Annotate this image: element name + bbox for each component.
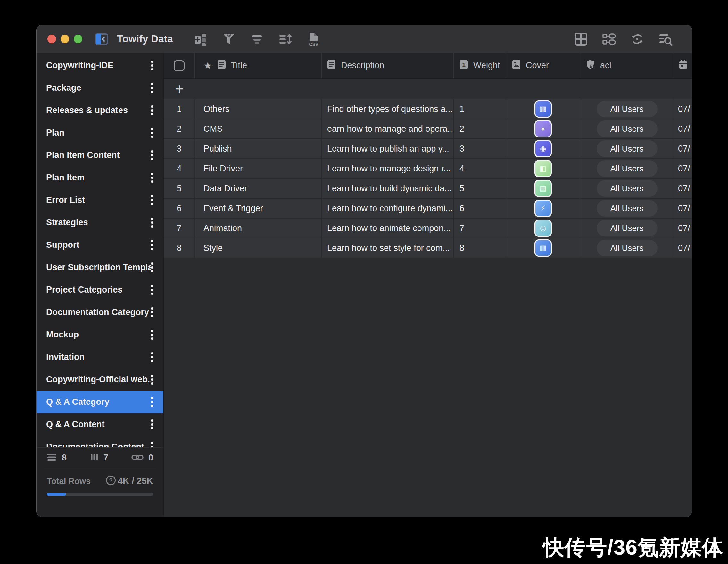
sidebar-item[interactable]: Strategies: [37, 211, 163, 234]
cover-thumbnail[interactable]: ◧: [534, 160, 552, 177]
kebab-menu-icon[interactable]: [151, 154, 153, 156]
table-row[interactable]: 7 Animation Learn how to animate compon.…: [164, 219, 692, 238]
cell-title[interactable]: Data Driver: [195, 179, 322, 198]
sync-icon[interactable]: [630, 31, 645, 47]
sidebar-item[interactable]: Q & A Content: [37, 413, 163, 435]
kebab-menu-icon[interactable]: [151, 311, 153, 313]
acl-badge[interactable]: All Users: [597, 101, 658, 117]
cell-cover[interactable]: ▤: [506, 179, 580, 198]
cell-cover[interactable]: ●: [506, 119, 580, 138]
relations-icon[interactable]: [601, 31, 617, 47]
table-row[interactable]: 6 Event & Trigger Learn how to configure…: [164, 199, 692, 219]
kebab-menu-icon[interactable]: [151, 64, 153, 67]
table-row[interactable]: 2 CMS earn how to manage and opera... 2 …: [164, 119, 692, 139]
cell-weight[interactable]: 2: [454, 119, 506, 138]
select-all-header-cell[interactable]: [164, 53, 195, 78]
sidebar-item[interactable]: Copywriting-IDE: [37, 54, 163, 77]
cell-title[interactable]: Style: [195, 238, 322, 258]
cell-acl[interactable]: All Users: [580, 199, 674, 218]
cell-weight[interactable]: 6: [454, 199, 506, 218]
cell-description[interactable]: Find other types of questions a...: [322, 99, 454, 119]
minimize-window-button[interactable]: [61, 35, 69, 43]
cell-acl[interactable]: All Users: [580, 159, 674, 178]
cover-thumbnail[interactable]: ▤: [534, 180, 552, 197]
kebab-menu-icon[interactable]: [151, 199, 153, 201]
column-header-date[interactable]: [674, 53, 692, 78]
cell-date[interactable]: 07/: [674, 119, 692, 138]
cell-acl[interactable]: All Users: [580, 119, 674, 138]
select-all-checkbox[interactable]: [174, 60, 185, 71]
cell-date[interactable]: 07/: [674, 99, 692, 119]
cover-thumbnail[interactable]: ⚡: [534, 200, 552, 217]
cell-weight[interactable]: 8: [454, 238, 506, 258]
cell-description[interactable]: Learn how to manage design r...: [322, 159, 454, 178]
sidebar-item[interactable]: User Subscription Templa...: [37, 256, 163, 278]
cell-cover[interactable]: ◎: [506, 219, 580, 238]
sidebar-item[interactable]: Invitation: [37, 346, 163, 368]
cell-weight[interactable]: 1: [454, 99, 506, 119]
cell-title[interactable]: CMS: [195, 119, 322, 138]
cell-title[interactable]: Others: [195, 99, 322, 119]
cover-thumbnail[interactable]: ◎: [534, 220, 552, 237]
sidebar-item[interactable]: Copywriting-Official web...: [37, 368, 163, 391]
export-csv-icon[interactable]: CSV: [306, 31, 321, 47]
cell-weight[interactable]: 4: [454, 159, 506, 178]
cell-acl[interactable]: All Users: [580, 179, 674, 198]
sidebar-item[interactable]: Error List: [37, 189, 163, 211]
cell-date[interactable]: 07/: [674, 219, 692, 238]
kebab-menu-icon[interactable]: [151, 109, 153, 112]
column-header-weight[interactable]: 1 Weight: [454, 53, 506, 78]
group-icon[interactable]: [249, 31, 265, 47]
kebab-menu-icon[interactable]: [151, 356, 153, 358]
kebab-menu-icon[interactable]: [151, 289, 153, 291]
cell-cover[interactable]: ◉: [506, 139, 580, 158]
kebab-menu-icon[interactable]: [151, 132, 153, 134]
table-row[interactable]: 5 Data Driver Learn how to build dynamic…: [164, 179, 692, 199]
cell-cover[interactable]: ▦: [506, 99, 580, 119]
kebab-menu-icon[interactable]: [151, 334, 153, 336]
acl-badge[interactable]: All Users: [597, 160, 658, 177]
cell-title[interactable]: Publish: [195, 139, 322, 158]
cover-thumbnail[interactable]: ◉: [534, 140, 552, 157]
kebab-menu-icon[interactable]: [151, 423, 153, 426]
sort-icon[interactable]: [277, 31, 293, 47]
acl-badge[interactable]: All Users: [597, 140, 658, 157]
cell-acl[interactable]: All Users: [580, 99, 674, 119]
cell-description[interactable]: Learn how to build dynamic da...: [322, 179, 454, 198]
zoom-window-button[interactable]: [74, 35, 82, 43]
cell-cover[interactable]: ⚡: [506, 199, 580, 218]
column-header-cover[interactable]: Cover: [506, 53, 580, 78]
cell-date[interactable]: 07/: [674, 179, 692, 198]
sidebar-item[interactable]: Project Categories: [37, 278, 163, 301]
acl-badge[interactable]: All Users: [597, 180, 658, 197]
cell-weight[interactable]: 3: [454, 139, 506, 158]
cover-thumbnail[interactable]: ●: [534, 120, 552, 137]
cell-title[interactable]: Animation: [195, 219, 322, 238]
cell-title[interactable]: Event & Trigger: [195, 199, 322, 218]
column-header-description[interactable]: Description: [322, 53, 454, 78]
sidebar-item[interactable]: Plan Item Content: [37, 144, 163, 166]
kebab-menu-icon[interactable]: [151, 244, 153, 246]
cell-acl[interactable]: All Users: [580, 219, 674, 238]
titlebar[interactable]: Towify Data: [37, 25, 692, 53]
add-row-bar[interactable]: +: [164, 79, 692, 99]
acl-badge[interactable]: All Users: [597, 120, 658, 137]
cover-thumbnail[interactable]: ▦: [534, 100, 552, 118]
cell-description[interactable]: earn how to manage and opera...: [322, 119, 454, 138]
acl-badge[interactable]: All Users: [597, 220, 658, 236]
add-row-button[interactable]: +: [164, 81, 195, 96]
add-field-icon[interactable]: [193, 31, 208, 47]
table-row[interactable]: 8 Style Learn how to set style for com..…: [164, 238, 692, 258]
kebab-menu-icon[interactable]: [151, 378, 153, 381]
kebab-menu-icon[interactable]: [151, 401, 153, 403]
kebab-menu-icon[interactable]: [151, 221, 153, 224]
column-header-acl[interactable]: e acl: [580, 53, 674, 78]
cell-acl[interactable]: All Users: [580, 238, 674, 258]
sidebar-item[interactable]: Mockup: [37, 323, 163, 346]
table-row[interactable]: 4 File Driver Learn how to manage design…: [164, 159, 692, 179]
help-icon[interactable]: ?: [105, 475, 116, 487]
kebab-menu-icon[interactable]: [151, 177, 153, 179]
cell-title[interactable]: File Driver: [195, 159, 322, 178]
close-window-button[interactable]: [47, 35, 56, 43]
sidebar-toggle-icon[interactable]: [95, 32, 109, 46]
